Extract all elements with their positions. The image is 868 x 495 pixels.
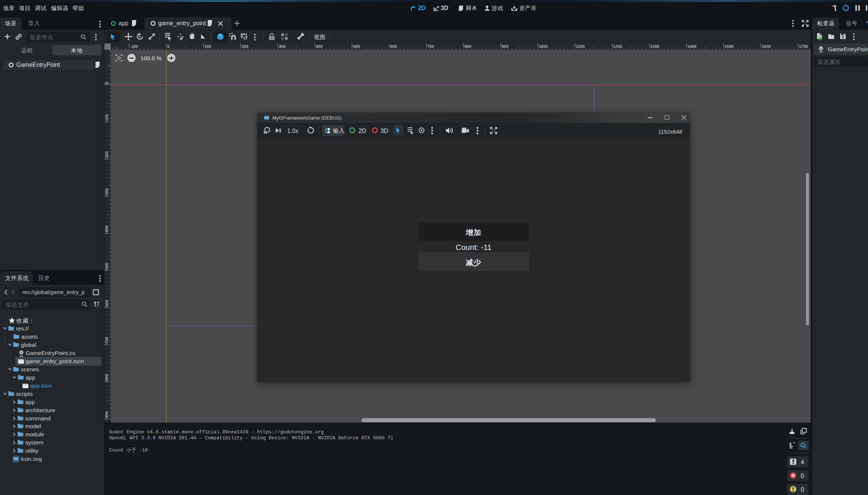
svg-text:cs: cs (819, 50, 822, 53)
svg-text:cs: cs (20, 354, 23, 357)
